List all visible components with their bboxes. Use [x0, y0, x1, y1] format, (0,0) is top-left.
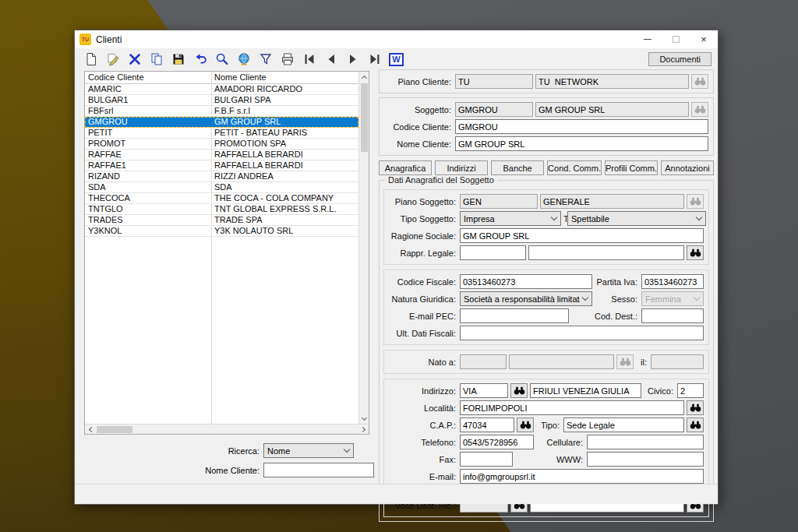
list-row[interactable]: AMARICAMADORI RICCARDO — [85, 84, 358, 95]
tab-profili-comm[interactable]: Profili Comm. — [605, 160, 658, 175]
new-record-button[interactable] — [83, 51, 99, 68]
list-row[interactable]: TRADESTRADE SPA — [85, 215, 358, 226]
previous-record-button[interactable] — [323, 51, 339, 68]
indirizzo-field[interactable] — [530, 383, 641, 398]
natura-giuridica-select[interactable]: Società a responsabilità limitata — [460, 291, 592, 306]
cod-dest-field[interactable] — [641, 308, 704, 323]
filter-button[interactable] — [257, 51, 274, 68]
title-bar[interactable]: TU Clienti × — [75, 30, 718, 48]
close-icon: × — [701, 34, 707, 44]
civico-field[interactable] — [677, 383, 704, 398]
email-field[interactable] — [460, 469, 704, 484]
copy-button[interactable] — [148, 51, 164, 68]
telefono-field[interactable] — [460, 435, 534, 449]
documenti-button[interactable]: Documenti — [648, 52, 711, 66]
list-horizontal-scrollbar[interactable] — [85, 424, 369, 434]
rappr-legale-search-button[interactable] — [687, 245, 704, 260]
minimize-button[interactable] — [634, 30, 662, 48]
ricerca-select[interactable]: Nome — [263, 443, 354, 458]
tab-banche[interactable]: Banche — [491, 160, 544, 175]
nome-cliente-search-input[interactable] — [263, 463, 374, 477]
first-record-icon — [302, 52, 316, 66]
email-pec-field[interactable] — [460, 308, 569, 323]
www-field[interactable] — [587, 452, 704, 467]
list-row[interactable]: RIZANDRIZZI ANDREA — [85, 171, 358, 182]
tab-cond-comm[interactable]: Cond. Comm. — [547, 160, 602, 175]
list-row[interactable]: SDASDA — [85, 182, 358, 193]
list-row[interactable]: GMGROUGM GROUP SRL — [85, 117, 358, 128]
list-row[interactable]: PETITPETIT - BATEAU PARIS — [85, 128, 358, 139]
tipo-indirizzo-field[interactable] — [563, 417, 684, 432]
app-icon: TU — [79, 33, 91, 45]
scroll-right-button[interactable] — [358, 425, 369, 435]
indirizzo-toponimo-field[interactable] — [460, 383, 508, 398]
scroll-left-button[interactable] — [85, 425, 95, 435]
piano-cliente-code-field[interactable] — [455, 74, 533, 89]
save-button[interactable] — [170, 51, 186, 68]
list-cell-nome: SDA — [211, 182, 358, 192]
codice-cliente-field[interactable] — [455, 119, 708, 134]
first-record-button[interactable] — [301, 51, 317, 68]
list-row[interactable]: BULGAR1BULGARI SPA — [85, 95, 358, 106]
soggetto-code-field[interactable] — [455, 102, 533, 117]
next-record-button[interactable] — [344, 51, 361, 68]
nato-a-desc-field — [509, 354, 614, 369]
indirizzo-toponimo-search-button[interactable] — [510, 383, 528, 398]
ragione-sociale-field[interactable] — [460, 228, 704, 243]
localita-search-button[interactable] — [687, 400, 704, 415]
list-row[interactable]: TNTGLOTNT GLOBAL EXPRESS S.R.L. — [85, 204, 358, 215]
delete-record-button[interactable] — [126, 51, 143, 68]
list-row[interactable]: FBFsrlF.B.F s.r.l — [85, 106, 358, 117]
rappr-legale-code-field[interactable] — [460, 245, 526, 260]
fax-field[interactable] — [460, 452, 513, 467]
localita-label: Località: — [389, 403, 457, 413]
print-button[interactable] — [279, 51, 295, 68]
cellulare-field[interactable] — [587, 435, 704, 449]
titolo-select[interactable]: Spettabile — [567, 211, 706, 226]
partita-iva-field[interactable] — [641, 274, 704, 289]
soggetto-desc-field[interactable] — [535, 102, 689, 117]
tab-annotazioni[interactable]: Annotazioni — [661, 160, 714, 175]
column-header-nome[interactable]: Nome Cliente — [211, 72, 358, 83]
chevron-left-icon — [88, 426, 94, 432]
cap-field[interactable] — [460, 417, 514, 432]
column-header-codice[interactable]: Codice Cliente — [85, 72, 211, 83]
rappr-legale-desc-field[interactable] — [528, 245, 684, 260]
list-vertical-scrollbar[interactable] — [358, 72, 369, 424]
search-button[interactable] — [214, 51, 230, 68]
ricerca-value: Nome — [267, 446, 341, 456]
piano-soggetto-code-field[interactable] — [460, 194, 538, 209]
word-export-button[interactable]: W — [388, 51, 404, 68]
list-row[interactable]: RAFFAE1RAFFAELLA BERARDI — [85, 160, 358, 171]
cap-search-button[interactable] — [517, 417, 534, 432]
scroll-up-button[interactable] — [359, 72, 369, 82]
scroll-down-button[interactable] — [359, 414, 369, 424]
nome-cliente-field[interactable] — [455, 136, 708, 151]
localita-field[interactable] — [460, 400, 684, 415]
horizontal-scroll-thumb[interactable] — [97, 426, 132, 433]
last-record-button[interactable] — [366, 51, 383, 68]
ult-dati-fiscali-field[interactable] — [460, 326, 704, 340]
client-list-rows: AMARICAMADORI RICCARDOBULGAR1BULGARI SPA… — [85, 84, 358, 237]
edit-record-button[interactable] — [104, 51, 121, 68]
piano-soggetto-desc-field[interactable] — [540, 194, 684, 209]
list-cell-codice: THECOCA — [85, 193, 211, 203]
tab-indirizzi[interactable]: Indirizzi — [435, 160, 488, 175]
tipo-soggetto-select[interactable]: Impresa — [460, 211, 561, 226]
undo-button[interactable] — [192, 51, 208, 68]
soggetto-section: Piano Soggetto: Tipo Soggetto: Impresa T… — [383, 189, 709, 265]
codice-fiscale-field[interactable] — [460, 274, 592, 289]
piano-cliente-desc-field[interactable] — [535, 74, 689, 89]
tipo-indirizzo-search-button[interactable] — [687, 417, 704, 432]
maximize-button[interactable] — [662, 30, 690, 48]
list-row[interactable]: PROMOTPROMOTION SPA — [85, 139, 358, 150]
list-row[interactable]: THECOCATHE COCA - COLA COMPANY — [85, 193, 358, 204]
close-button[interactable]: × — [690, 30, 718, 48]
vertical-scroll-thumb[interactable] — [361, 83, 368, 152]
binoculars-icon — [690, 248, 701, 257]
tab-anagrafica[interactable]: Anagrafica — [379, 160, 432, 175]
list-cell-nome: F.B.F s.r.l — [211, 106, 358, 116]
list-row[interactable]: Y3KNOLY3K NOLAUTO SRL — [85, 226, 358, 237]
web-button[interactable] — [235, 51, 252, 68]
list-row[interactable]: RAFFAERAFFAELLA BERARDI — [85, 150, 358, 160]
